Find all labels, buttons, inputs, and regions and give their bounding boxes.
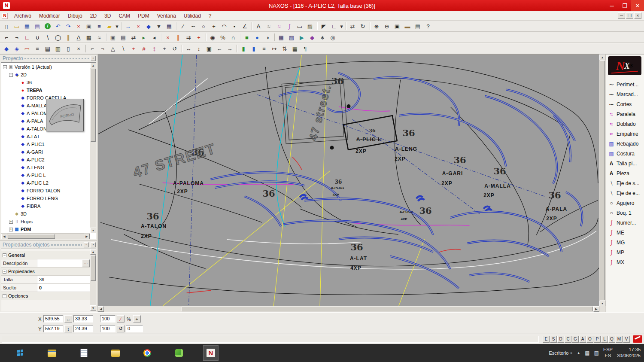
green-layer-button[interactable]: ■ (242, 33, 252, 42)
toolbar-button[interactable] (368, 21, 371, 31)
swap-button[interactable]: ⇄ (128, 33, 139, 42)
naxos-app-button[interactable] (204, 346, 218, 360)
minimize-button[interactable]: ─ (605, 0, 618, 11)
angle-tl-button[interactable]: ⌐ (87, 44, 97, 53)
toggle-button[interactable]: G (572, 336, 579, 343)
point-button[interactable]: + (209, 21, 219, 31)
play-button[interactable]: ▶ (297, 33, 307, 42)
menu-item[interactable]: Utilidad (180, 12, 205, 20)
magnet-button[interactable]: ∩ (228, 33, 238, 42)
toggle-button[interactable]: Q (608, 336, 615, 343)
eje-de-escalado-button[interactable]: Eje de e... (608, 188, 643, 198)
group-row-general[interactable]: − General (1, 251, 90, 259)
tree-item[interactable]: A-PLIC2 (1, 156, 90, 164)
toolbar-button[interactable] (159, 33, 163, 42)
round-corner-button[interactable]: ∪ (32, 33, 43, 42)
collapse-icon[interactable]: − (3, 253, 6, 257)
remove-button[interactable]: × (73, 44, 84, 53)
descripcion-field[interactable] (37, 259, 82, 267)
clock[interactable]: 17:35 30/06/2025 (617, 347, 641, 359)
hash-button[interactable]: # (139, 44, 149, 53)
rotate-icon[interactable]: ↺ (117, 325, 125, 332)
dims-button[interactable]: ▦ (290, 44, 300, 53)
group-row-opciones[interactable]: − Opciones (1, 292, 90, 300)
tray-flag-icon[interactable]: ▥ (594, 350, 599, 356)
rebajado-button[interactable]: Rebajado (608, 139, 643, 149)
menu-item[interactable]: Modificar (35, 12, 64, 20)
drawing-canvas[interactable]: 363636363636363636363636A-PALOMA2XPA-TAL… (98, 55, 599, 306)
menu-item[interactable]: ? (205, 12, 216, 20)
restore-button[interactable]: ❐ (618, 0, 631, 11)
import-button[interactable]: → (123, 21, 133, 31)
help-button[interactable]: ? (423, 21, 433, 31)
toolbar-button[interactable] (104, 33, 108, 42)
diagonal-grid-button[interactable]: ▧ (286, 33, 297, 42)
hatch-box-button[interactable]: ▨ (305, 21, 315, 31)
toolbar-button[interactable] (204, 33, 207, 42)
height-field[interactable]: 24.39 (73, 325, 93, 332)
distribute-v-button[interactable]: ▥ (53, 44, 63, 53)
menu-item[interactable]: CAM (115, 12, 134, 20)
tray-monitor-icon[interactable]: ▤ (585, 350, 589, 356)
grading-arrows-button[interactable]: ⇅ (279, 44, 290, 53)
scroll-left-icon[interactable]: ◀ (1, 234, 7, 239)
scrollbar-thumb[interactable] (8, 234, 55, 239)
asterisk-button[interactable]: ∗ (317, 33, 328, 42)
close-icon[interactable]: × (91, 242, 96, 247)
mdi-minimize-button[interactable]: ─ (618, 12, 625, 19)
parallel-cut-button[interactable]: ∥ (173, 33, 183, 42)
pointer-button[interactable]: ◤ (319, 21, 329, 31)
color-fill-button[interactable]: ▰ (104, 21, 115, 31)
corner-radius-button[interactable]: ⌐ (1, 33, 12, 42)
target-button[interactable]: ◎ (328, 33, 338, 42)
toggle-button[interactable]: V (623, 336, 630, 343)
scroll-down-icon[interactable]: ▼ (90, 305, 96, 311)
layers-button[interactable]: ≡ (94, 21, 104, 31)
numerar-button[interactable]: Numer... (608, 218, 643, 228)
wave-button[interactable]: ≈ (264, 21, 274, 31)
scroll-right-icon[interactable]: ▶ (593, 306, 599, 312)
scrollbar-thumb[interactable] (91, 69, 96, 142)
me-button[interactable]: ME (608, 228, 643, 237)
contrast-button[interactable]: ◑ (262, 33, 273, 42)
zoom-window-button[interactable]: ▣ (392, 21, 402, 31)
underline-text-button[interactable]: A (73, 33, 84, 42)
toggle-button[interactable]: A (579, 336, 586, 343)
marker-blue-button[interactable]: ▮ (249, 44, 259, 53)
scroll-up-icon[interactable]: ▲ (599, 55, 605, 60)
scroll-down-icon[interactable]: ▼ (90, 228, 96, 233)
tree-vertical-scrollbar[interactable]: ▲ ▼ (90, 63, 96, 233)
corner-radius-2-button[interactable]: ¬ (12, 33, 22, 42)
pieza-button[interactable]: Pieza (608, 168, 643, 178)
filter-button[interactable]: ▼ (154, 21, 164, 31)
toggle-button[interactable]: C (565, 336, 571, 343)
notch-button[interactable]: ▭ (295, 21, 305, 31)
group-row-propiedades[interactable]: − Propiedades (1, 268, 90, 276)
toolbar-button[interactable] (250, 21, 253, 31)
menu-item[interactable]: Ventana (153, 12, 180, 20)
toggle-button[interactable]: M (616, 336, 623, 343)
scroll-up-icon[interactable]: ▲ (90, 249, 96, 255)
dock-icon[interactable]: ▫ (84, 242, 89, 247)
mdi-close-button[interactable]: × (634, 12, 641, 19)
file-explorer-button[interactable] (45, 346, 59, 360)
chrome-button[interactable] (140, 346, 155, 360)
zoom-in-button[interactable]: ⊕ (371, 21, 382, 31)
fit-width-button[interactable]: ↔ (183, 44, 194, 53)
toggle-button[interactable]: O (586, 336, 593, 343)
tree-item[interactable]: A-PLIC1 (1, 140, 90, 148)
spline-button[interactable]: ∼ (188, 21, 198, 31)
diagonal-button[interactable]: ∖ (118, 44, 128, 53)
refresh-button[interactable]: ↺ (170, 44, 180, 53)
rotate-button[interactable]: ↻ (358, 21, 368, 31)
paste-button[interactable]: ▤ (118, 33, 128, 42)
node-edit-button[interactable]: ▪ (229, 21, 240, 31)
select-piece-button[interactable]: ◆ (1, 44, 12, 53)
x-coordinate-field[interactable]: 539.55 (43, 315, 63, 322)
corner-button[interactable]: ∠ (240, 21, 250, 31)
duplicate-button[interactable]: ▣ (108, 33, 118, 42)
tree-item[interactable]: + PDM (1, 225, 90, 233)
boquilla-1-button[interactable]: Boq. 1 (608, 208, 643, 218)
toolbar-button[interactable] (84, 44, 87, 53)
tree-item[interactable]: TREPA (1, 86, 90, 94)
